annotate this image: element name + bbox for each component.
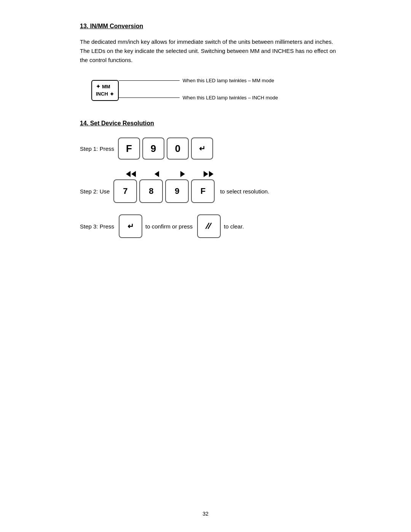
mm-inch-key: ✦ MM INCH✦ xyxy=(91,80,119,101)
step-1-row: Step 1: Press F 9 0 ↵ xyxy=(80,137,339,160)
key-f-step2: F xyxy=(191,179,215,203)
key-8-step2: 8 xyxy=(139,179,163,203)
single-right-icon xyxy=(180,171,185,177)
step-3-clear: to clear. xyxy=(224,223,244,230)
single-left-icon xyxy=(155,171,159,177)
key-enter-step1: ↵ xyxy=(191,137,213,160)
led-inch-icon: ✦ xyxy=(110,91,114,98)
double-left-icon-2 xyxy=(131,171,136,177)
mm-label: MM xyxy=(102,83,110,90)
step-3-label: Step 3: Press xyxy=(80,223,114,230)
section-13: 13. IN/MM Conversion The dedicated mm/in… xyxy=(80,23,339,101)
double-right-arrow-col xyxy=(196,171,221,177)
slash-clear-icon xyxy=(203,220,215,232)
key-0-step1: 0 xyxy=(167,137,189,160)
step-3-confirm: to confirm or press xyxy=(145,223,193,230)
page: 13. IN/MM Conversion The dedicated mm/in… xyxy=(57,0,354,532)
double-right-icon-2 xyxy=(209,171,213,177)
page-number: 32 xyxy=(57,511,354,517)
section-13-title: 13. IN/MM Conversion xyxy=(80,23,339,30)
double-left-icon-1 xyxy=(126,171,131,177)
key-enter-step3: ↵ xyxy=(119,214,142,238)
led-mm-icon: ✦ xyxy=(96,83,100,91)
key-9-step2: 9 xyxy=(165,179,189,203)
section-13-body: The dedicated mm/inch key allows for imm… xyxy=(80,37,339,65)
section-14: 14. Set Device Resolution Step 1: Press … xyxy=(80,120,339,238)
arrows-row xyxy=(118,171,339,177)
annotation-inch: When this LED lamp twinkles – INCH mode xyxy=(119,95,278,101)
step-2-wrapper: Step 2: Use 7 8 9 F to select resolution… xyxy=(80,171,339,203)
single-left-arrow-col xyxy=(144,171,170,177)
double-right-icon-1 xyxy=(204,171,208,177)
key-clear-step3 xyxy=(197,214,221,238)
inch-label: INCH xyxy=(96,91,108,97)
step-2-row: Step 2: Use 7 8 9 F to select resolution… xyxy=(80,179,339,203)
step-2-trail: to select resolution. xyxy=(220,188,269,195)
key-7-step2: 7 xyxy=(113,179,137,203)
step-2-label: Step 2: Use xyxy=(80,188,110,195)
step-1-label: Step 1: Press xyxy=(80,145,114,152)
single-right-arrow-col xyxy=(170,171,196,177)
key-f-step1: F xyxy=(118,137,140,160)
section-14-title: 14. Set Device Resolution xyxy=(80,120,339,127)
double-left-arrow-col xyxy=(118,171,144,177)
key-9-step1: 9 xyxy=(142,137,164,160)
annotation-mm: When this LED lamp twinkles – MM mode xyxy=(119,78,278,83)
mm-inch-diagram: ✦ MM INCH✦ When this LED lamp twinkles –… xyxy=(91,76,339,101)
step-3-row: Step 3: Press ↵ to confirm or press to c… xyxy=(80,214,339,238)
